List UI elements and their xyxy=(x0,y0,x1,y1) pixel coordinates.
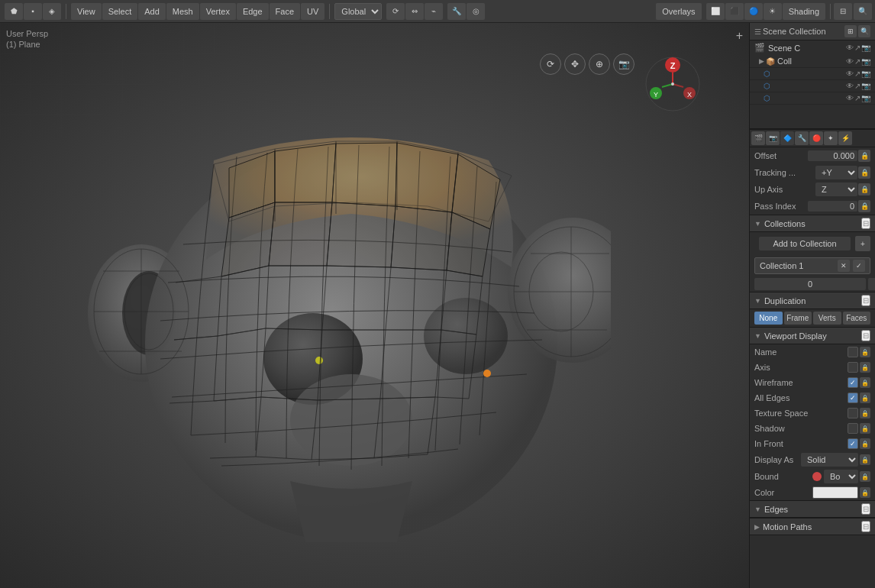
all-edges-lock-icon[interactable]: 🔒 xyxy=(860,393,870,403)
viewport-display-section-header[interactable]: ▼ Viewport Display ⊟ xyxy=(750,327,875,344)
dup-none-btn[interactable]: None xyxy=(754,312,783,325)
app-icon-1[interactable]: ⬟ xyxy=(5,3,23,20)
all-edges-checkbox[interactable] xyxy=(848,393,858,403)
bound-dropdown[interactable]: BoBoxSphere xyxy=(824,470,858,483)
offset-lock-icon[interactable]: 🔒 xyxy=(858,150,870,162)
name-lock-icon[interactable]: 🔒 xyxy=(860,347,870,357)
bound-color-dot[interactable] xyxy=(812,472,822,481)
color-lock-icon[interactable]: 🔒 xyxy=(860,487,870,498)
props-tab-physics[interactable]: ⚡ xyxy=(838,131,852,145)
coll-sel-3[interactable]: ↗ xyxy=(854,82,860,90)
offset-input[interactable] xyxy=(808,150,857,161)
nav-orbit[interactable]: ⟳ xyxy=(540,53,561,75)
tracking-dropdown[interactable]: +Y+X-Y xyxy=(815,166,857,179)
mode-dropdown[interactable]: GlobalLocal xyxy=(334,3,382,20)
coll-render-4[interactable]: 📷 xyxy=(861,94,870,102)
coll-render-1[interactable]: 📷 xyxy=(861,57,870,66)
shadow-lock-icon[interactable]: 🔒 xyxy=(860,423,870,434)
axis-checkbox[interactable] xyxy=(848,362,858,373)
wireframe-lock-icon[interactable]: 🔒 xyxy=(860,377,870,388)
dup-faces-btn[interactable]: Faces xyxy=(843,312,871,325)
add-menu[interactable]: Add xyxy=(138,3,166,20)
layout-icon[interactable]: ⊟ xyxy=(834,3,852,20)
vertex-menu[interactable]: Vertex xyxy=(200,3,236,20)
outliner-search-icon[interactable]: 🔍 xyxy=(858,25,870,37)
view-menu[interactable]: View xyxy=(71,3,102,20)
coll-sel-1[interactable]: ↗ xyxy=(854,57,860,66)
pass-index-lock-icon[interactable]: 🔒 xyxy=(858,200,870,212)
coll-sel-2[interactable]: ↗ xyxy=(854,69,860,78)
select-menu[interactable]: Select xyxy=(102,3,138,20)
display-as-lock-icon[interactable]: 🔒 xyxy=(860,454,870,465)
transform-icon-2[interactable]: ⇔ xyxy=(405,3,424,20)
select-icon[interactable]: ↗ xyxy=(854,44,860,52)
coll-sel-4[interactable]: ↗ xyxy=(854,94,860,102)
props-tab-render[interactable]: 📷 xyxy=(766,131,780,145)
transform-icon-3[interactable]: ⌁ xyxy=(425,3,443,20)
search-icon[interactable]: 🔍 xyxy=(854,3,872,20)
viewport[interactable]: User Persp (1) Plane ⟳ ✥ ⊕ 📷 Z X Y xyxy=(0,23,749,588)
nav-zoom[interactable]: ⊕ xyxy=(589,53,610,75)
collection-1-check-icon[interactable]: ✓ xyxy=(853,260,865,272)
shading-wire[interactable]: ⬜ xyxy=(706,3,725,20)
axis-gizmo[interactable]: Z X Y xyxy=(642,53,703,115)
render-icon[interactable]: 📷 xyxy=(861,44,870,52)
dup-verts-btn[interactable]: Verts xyxy=(813,312,841,325)
props-tab-scene[interactable]: 🎬 xyxy=(751,131,765,145)
props-tab-material[interactable]: 🔴 xyxy=(809,131,823,145)
edges-section-header[interactable]: ▼ Edges ⊟ xyxy=(750,500,875,518)
uv-menu[interactable]: UV xyxy=(301,3,324,20)
eye-icon[interactable]: 👁 xyxy=(846,44,854,52)
coll-eye-2[interactable]: 👁 xyxy=(846,69,854,78)
coll-render-2[interactable]: 📷 xyxy=(861,69,870,78)
duplication-section-header[interactable]: ▼ Duplication ⊟ xyxy=(750,292,875,309)
add-collection-plus-icon[interactable]: + xyxy=(855,236,870,251)
collection-1-close-icon[interactable]: ✕ xyxy=(838,260,850,272)
in-front-checkbox[interactable] xyxy=(848,438,858,449)
motion-paths-section-header[interactable]: ▶ Motion Paths ⊟ xyxy=(750,518,875,535)
nav-pan[interactable]: ✥ xyxy=(564,53,586,75)
edges-expand-icon[interactable]: ⊟ xyxy=(861,503,870,515)
collections-section-header[interactable]: ▼ Collections ⊟ xyxy=(750,215,875,232)
texture-space-checkbox[interactable] xyxy=(848,408,858,418)
coll-eye-3[interactable]: 👁 xyxy=(846,82,854,90)
shading-material[interactable]: 🔵 xyxy=(744,3,763,20)
xyz-y-input[interactable] xyxy=(868,278,875,290)
props-tab-modifier[interactable]: 🔧 xyxy=(795,131,809,145)
bound-lock-icon[interactable]: 🔒 xyxy=(860,471,870,482)
texture-space-lock-icon[interactable]: 🔒 xyxy=(860,408,870,418)
in-front-lock-icon[interactable]: 🔒 xyxy=(860,438,870,449)
edge-menu[interactable]: Edge xyxy=(237,3,269,20)
snap-icon[interactable]: 🔧 xyxy=(447,3,466,20)
dup-frame-btn[interactable]: Frame xyxy=(784,312,812,325)
xyz-x-input[interactable] xyxy=(754,278,866,290)
props-tab-object[interactable]: 🔷 xyxy=(780,131,794,145)
wireframe-checkbox[interactable] xyxy=(848,377,858,388)
coll-eye-1[interactable]: 👁 xyxy=(846,57,854,66)
shadow-checkbox[interactable] xyxy=(848,423,858,434)
collections-expand-icon[interactable]: ⊟ xyxy=(861,218,870,229)
display-as-dropdown[interactable]: SolidWireBounds xyxy=(801,453,858,467)
pass-index-input[interactable] xyxy=(808,201,857,212)
name-checkbox[interactable] xyxy=(848,347,858,357)
app-icon-2[interactable]: ▪ xyxy=(24,3,42,20)
mesh-menu[interactable]: Mesh xyxy=(166,3,199,20)
axis-lock-icon[interactable]: 🔒 xyxy=(860,362,870,373)
up-axis-lock-icon[interactable]: 🔒 xyxy=(858,183,870,195)
nav-camera[interactable]: 📷 xyxy=(613,53,634,75)
props-tab-particles[interactable]: ✦ xyxy=(824,131,838,145)
overlays-btn[interactable]: Overlays xyxy=(656,3,701,20)
coll-eye-4[interactable]: 👁 xyxy=(846,94,854,102)
motion-paths-expand-icon[interactable]: ⊟ xyxy=(861,521,870,532)
color-swatch[interactable] xyxy=(812,486,858,499)
app-icon-3[interactable]: ◈ xyxy=(43,3,61,20)
viewport-add-btn[interactable]: + xyxy=(736,29,743,43)
outliner-filter-icon[interactable]: ⊞ xyxy=(844,25,857,37)
tracking-lock-icon[interactable]: 🔒 xyxy=(858,166,870,179)
up-axis-dropdown[interactable]: ZXY xyxy=(815,183,857,196)
add-to-collection-btn[interactable]: Add to Collection xyxy=(759,237,851,250)
viewport-display-expand-icon[interactable]: ⊟ xyxy=(861,330,870,341)
transform-icon-1[interactable]: ⟳ xyxy=(386,3,405,20)
face-menu[interactable]: Face xyxy=(270,3,300,20)
proportional-icon[interactable]: ◎ xyxy=(467,3,485,20)
